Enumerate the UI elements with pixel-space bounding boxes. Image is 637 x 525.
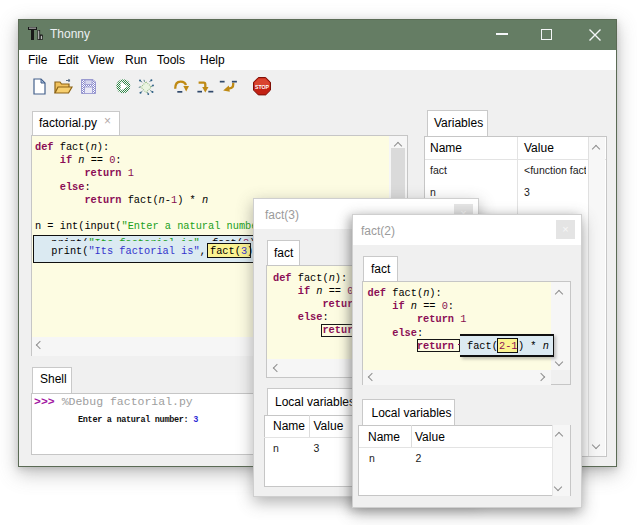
svg-text:STOP: STOP [255, 84, 270, 90]
